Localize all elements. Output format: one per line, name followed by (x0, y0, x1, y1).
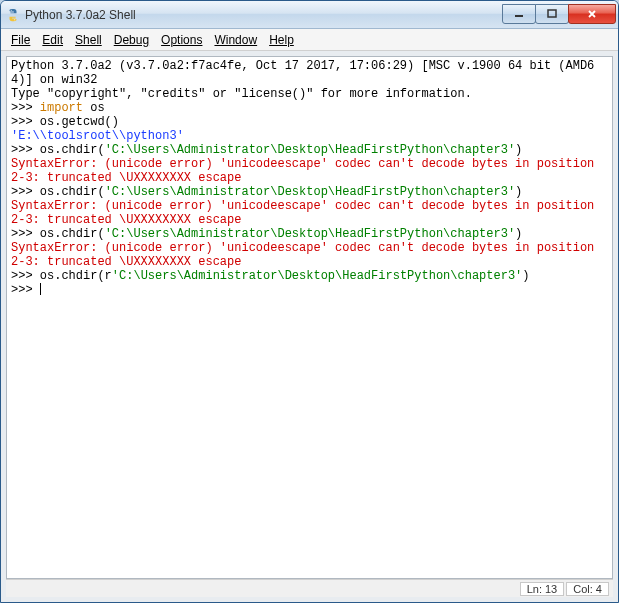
menu-options[interactable]: Options (155, 31, 208, 49)
window-frame: Python 3.7.0a2 Shell File Edit Shell Deb… (0, 0, 619, 603)
menu-shell[interactable]: Shell (69, 31, 108, 49)
menu-edit[interactable]: Edit (36, 31, 69, 49)
code-line: os.chdir( (40, 185, 105, 199)
svg-point-1 (14, 19, 15, 20)
string-literal: 'C:\Users\Administrator\Desktop\HeadFirs… (105, 143, 515, 157)
menubar: File Edit Shell Debug Options Window Hel… (1, 29, 618, 51)
titlebar[interactable]: Python 3.7.0a2 Shell (1, 1, 618, 29)
status-bar: Ln: 13 Col: 4 (6, 579, 613, 597)
prompt: >>> (11, 143, 40, 157)
banner-line-1: Python 3.7.0a2 (v3.7.0a2:f7ac4fe, Oct 17… (11, 59, 594, 87)
menu-debug[interactable]: Debug (108, 31, 155, 49)
minimize-button[interactable] (502, 4, 536, 24)
keyword-import: import (40, 101, 83, 115)
svg-rect-3 (548, 10, 556, 17)
string-literal: 'C:\Users\Administrator\Desktop\HeadFirs… (112, 269, 522, 283)
code-line: os.chdir(r (40, 269, 112, 283)
prompt: >>> (11, 185, 40, 199)
code-line: os.getcwd() (40, 115, 119, 129)
prompt: >>> (11, 115, 40, 129)
banner-line-2: Type "copyright", "credits" or "license(… (11, 87, 472, 101)
import-target: os (83, 101, 105, 115)
error-line: SyntaxError: (unicode error) 'unicodeesc… (11, 157, 602, 185)
maximize-button[interactable] (535, 4, 569, 24)
window-controls (503, 5, 616, 24)
status-line: Ln: 13 (520, 582, 565, 596)
code-line: os.chdir( (40, 143, 105, 157)
menu-window[interactable]: Window (208, 31, 263, 49)
string-literal: 'C:\Users\Administrator\Desktop\HeadFirs… (105, 185, 515, 199)
content-wrap: Python 3.7.0a2 (v3.7.0a2:f7ac4fe, Oct 17… (1, 51, 618, 602)
code-line: ) (515, 227, 522, 241)
error-line: SyntaxError: (unicode error) 'unicodeesc… (11, 199, 602, 227)
string-literal: 'C:\Users\Administrator\Desktop\HeadFirs… (105, 227, 515, 241)
shell-text-area[interactable]: Python 3.7.0a2 (v3.7.0a2:f7ac4fe, Oct 17… (6, 56, 613, 579)
svg-point-0 (11, 9, 12, 10)
prompt: >>> (11, 227, 40, 241)
window-title: Python 3.7.0a2 Shell (25, 8, 503, 22)
code-line: ) (515, 185, 522, 199)
code-line: os.chdir( (40, 227, 105, 241)
menu-file[interactable]: File (5, 31, 36, 49)
error-line: SyntaxError: (unicode error) 'unicodeesc… (11, 241, 602, 269)
prompt: >>> (11, 283, 40, 297)
svg-rect-2 (515, 15, 523, 17)
output-line: 'E:\\toolsroot\\python3' (11, 129, 184, 143)
text-cursor (40, 283, 41, 295)
menu-help[interactable]: Help (263, 31, 300, 49)
prompt: >>> (11, 101, 40, 115)
code-line: ) (515, 143, 522, 157)
prompt: >>> (11, 269, 40, 283)
python-icon (5, 7, 21, 23)
status-col: Col: 4 (566, 582, 609, 596)
code-line: ) (522, 269, 529, 283)
close-button[interactable] (568, 4, 616, 24)
